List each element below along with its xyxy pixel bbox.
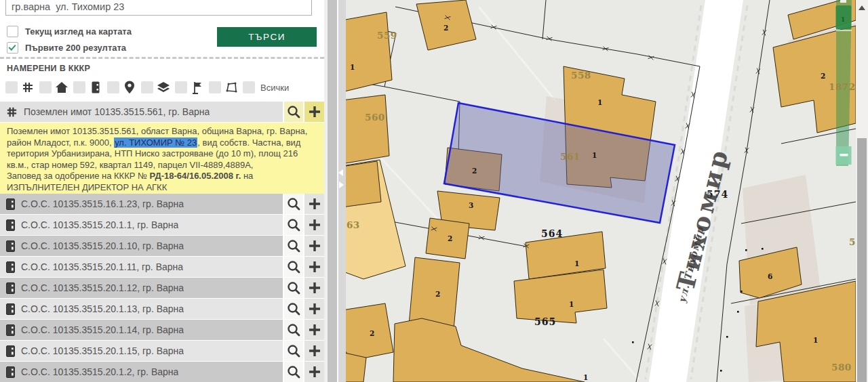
map-label: 6 bbox=[768, 272, 772, 280]
soc-result-row[interactable]: С.О.С. 10135.3515.20.1.11, гр. Варна bbox=[0, 257, 324, 277]
map-label: 2 bbox=[821, 72, 825, 80]
search-button[interactable]: ТЪРСИ bbox=[217, 27, 317, 47]
zoom-to-result-button[interactable] bbox=[284, 278, 303, 298]
filter-polygon-checkbox[interactable] bbox=[209, 81, 221, 93]
map-pin-icon bbox=[119, 81, 140, 94]
sidebar-splitter[interactable] bbox=[324, 0, 346, 382]
details-highlight: ул. ТИХОМИР № 23 bbox=[114, 137, 197, 148]
map-label: 2 bbox=[443, 24, 448, 32]
map-label: 1 bbox=[350, 63, 355, 71]
soc-result-label: С.О.С. 10135.3515.20.1.12, гр. Варна bbox=[21, 282, 184, 293]
zoom-to-result-button[interactable] bbox=[284, 341, 303, 361]
soc-result-row[interactable]: С.О.С. 10135.3515.20.1.2, гр. Варна bbox=[0, 362, 324, 382]
scrollbar-thumb[interactable] bbox=[857, 138, 867, 382]
building-icon bbox=[6, 198, 15, 210]
building-icon bbox=[6, 240, 15, 252]
collapse-left-icon[interactable] bbox=[338, 169, 343, 176]
soc-result-label: С.О.С. 10135.3515.20.1.1, гр. Варна bbox=[21, 219, 178, 230]
filter-all-checkbox[interactable] bbox=[243, 81, 255, 93]
zoom-to-result-button[interactable] bbox=[284, 257, 303, 277]
dashed-separator bbox=[0, 57, 324, 59]
add-result-button[interactable] bbox=[304, 320, 324, 340]
add-result-button[interactable] bbox=[304, 215, 324, 235]
building-icon bbox=[6, 303, 15, 315]
zoom-to-result-button[interactable] bbox=[284, 215, 303, 235]
soc-result-main[interactable]: С.О.С. 10135.3515.20.1.15, гр. Варна bbox=[0, 341, 283, 361]
map-label: 559 bbox=[377, 30, 397, 41]
selected-result-row[interactable]: Поземлен имот 10135.3515.561, гр. Варна bbox=[0, 102, 324, 122]
filter-home-checkbox[interactable] bbox=[39, 81, 52, 93]
zoom-to-result-button[interactable] bbox=[284, 362, 303, 382]
building-icon bbox=[6, 345, 15, 357]
zoom-to-result-button[interactable] bbox=[284, 102, 303, 122]
details-order-number: РД-18-64/16.05.2008 г. bbox=[150, 171, 241, 181]
zoom-to-result-button[interactable] bbox=[284, 299, 303, 319]
soc-result-row[interactable]: С.О.С. 10135.3515.20.1.1, гр. Варна bbox=[0, 215, 324, 235]
expand-right-icon[interactable] bbox=[339, 182, 344, 188]
building-icon bbox=[6, 324, 15, 336]
filter-building-checkbox[interactable] bbox=[73, 81, 85, 93]
soc-result-main[interactable]: С.О.С. 10135.3515.20.1.12, гр. Варна bbox=[0, 278, 283, 298]
soc-result-list: С.О.С. 10135.3515.16.1.23, гр. ВарнаС.О.… bbox=[0, 194, 324, 382]
map-label: 3 bbox=[469, 201, 473, 209]
soc-result-main[interactable]: С.О.С. 10135.3515.20.1.11, гр. Варна bbox=[0, 257, 283, 277]
map-pane: 5595605635585611872580575745645651211232… bbox=[346, 0, 856, 382]
zoom-to-result-button[interactable] bbox=[284, 320, 303, 340]
soc-result-row[interactable]: С.О.С. 10135.3515.20.1.10, гр. Варна bbox=[0, 236, 324, 256]
soc-result-row[interactable]: С.О.С. 10135.3515.20.1.13, гр. Варна bbox=[0, 299, 324, 319]
filter-point-checkbox[interactable] bbox=[107, 81, 119, 93]
soc-result-row[interactable]: С.О.С. 10135.3515.20.1.15, гр. Варна bbox=[0, 341, 324, 361]
filter-layers-checkbox[interactable] bbox=[141, 81, 153, 93]
selected-result-main[interactable]: Поземлен имот 10135.3515.561, гр. Варна bbox=[0, 102, 283, 122]
map-label: 564 bbox=[541, 228, 563, 239]
page-scrollbar[interactable] bbox=[856, 0, 868, 382]
map-canvas[interactable]: 5595605635585611872580575745645651211232… bbox=[346, 0, 856, 382]
add-result-button[interactable] bbox=[304, 257, 324, 277]
map-label: 1 bbox=[569, 300, 574, 308]
filter-building bbox=[73, 81, 107, 93]
results-section-title: НАМЕРЕНИ В КККР bbox=[7, 64, 90, 73]
current-map-view-label: Текущ изглед на картата bbox=[25, 26, 132, 37]
minus-icon[interactable] bbox=[840, 154, 848, 156]
soc-result-main[interactable]: С.О.С. 10135.3515.20.1.14, гр. Варна bbox=[0, 320, 283, 340]
map-label: 565 bbox=[534, 316, 556, 327]
filter-flag bbox=[175, 81, 209, 94]
add-result-button[interactable] bbox=[304, 299, 324, 319]
map-label: 1 bbox=[574, 259, 579, 268]
soc-result-main[interactable]: С.О.С. 10135.3515.20.1.10, гр. Варна bbox=[0, 236, 283, 256]
soc-result-main[interactable]: С.О.С. 10135.3515.20.1.13, гр. Варна bbox=[0, 299, 283, 319]
filter-all: Всички bbox=[243, 81, 289, 93]
add-result-button[interactable] bbox=[304, 236, 324, 256]
zoom-to-result-button[interactable] bbox=[284, 194, 303, 214]
building-icon bbox=[85, 81, 106, 93]
building-icon bbox=[6, 219, 15, 231]
soc-result-label: С.О.С. 10135.3515.20.1.11, гр. Варна bbox=[21, 261, 183, 272]
details-order-text: Заповед за одобрение на КККР № bbox=[7, 171, 150, 181]
search-input[interactable] bbox=[5, 0, 312, 16]
map-label: 2 bbox=[448, 234, 452, 242]
current-view-checkbox-row: Текущ изглед на картата bbox=[7, 26, 132, 37]
zoom-to-result-button[interactable] bbox=[284, 236, 303, 256]
filter-parcel-checkbox[interactable] bbox=[5, 81, 18, 93]
add-result-button[interactable] bbox=[304, 194, 324, 214]
soc-result-main[interactable]: С.О.С. 10135.3515.20.1.1, гр. Варна bbox=[0, 215, 283, 235]
add-result-button[interactable] bbox=[304, 341, 324, 361]
soc-result-row[interactable]: С.О.С. 10135.3515.20.1.12, гр. Варна bbox=[0, 278, 324, 298]
filter-flag-checkbox[interactable] bbox=[175, 81, 187, 93]
add-result-button[interactable] bbox=[304, 362, 324, 382]
building-icon bbox=[6, 282, 15, 294]
map-label: 1 bbox=[841, 16, 845, 23]
add-result-button[interactable] bbox=[304, 102, 324, 122]
current-map-view-checkbox[interactable] bbox=[7, 26, 18, 37]
grid-icon bbox=[18, 81, 38, 94]
soc-result-row[interactable]: С.О.С. 10135.3515.16.1.23, гр. Варна bbox=[0, 194, 324, 214]
add-result-button[interactable] bbox=[304, 278, 324, 298]
soc-result-row[interactable]: С.О.С. 10135.3515.20.1.14, гр. Варна bbox=[0, 320, 324, 340]
scrollbar-up-icon[interactable] bbox=[859, 5, 865, 10]
soc-result-main[interactable]: С.О.С. 10135.3515.16.1.23, гр. Варна bbox=[0, 194, 283, 214]
polygon-icon bbox=[221, 82, 241, 93]
filter-point bbox=[107, 81, 141, 94]
soc-result-label: С.О.С. 10135.3515.20.1.10, гр. Варна bbox=[21, 240, 184, 251]
first-200-results-checkbox[interactable] bbox=[7, 42, 18, 54]
soc-result-main[interactable]: С.О.С. 10135.3515.20.1.2, гр. Варна bbox=[0, 362, 283, 382]
